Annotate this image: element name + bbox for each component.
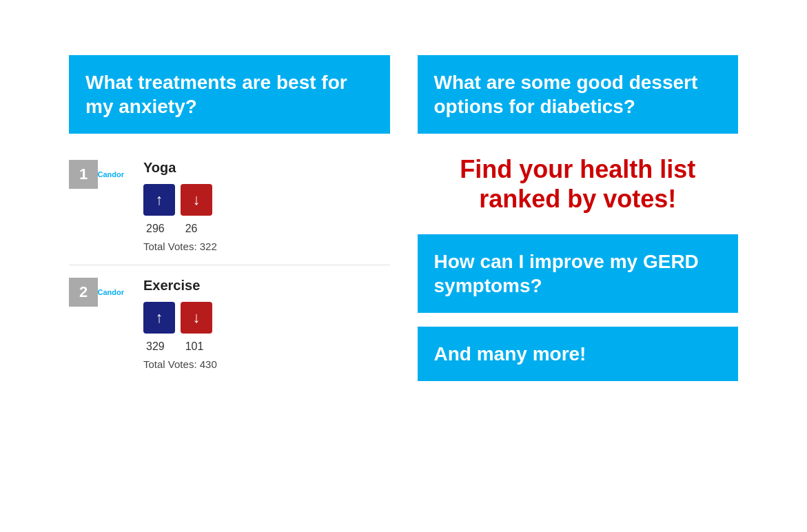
rank-badge-2: 2 Candor — [69, 278, 98, 307]
up-arrow-icon: ↑ — [156, 192, 163, 207]
ranked-item-yoga: 1 Candor Yoga ↑ ↓ 296 26 — [69, 147, 390, 265]
gerd-question-banner: How can I improve my GERD symptoms? — [418, 234, 739, 313]
exercise-upvote-button[interactable]: ↑ — [143, 302, 175, 334]
exercise-downvote-button[interactable]: ↓ — [181, 302, 212, 334]
anxiety-question-banner: What treatments are best for my anxiety? — [69, 55, 390, 134]
anxiety-question-text: What treatments are best for my anxiety? — [85, 72, 347, 117]
exercise-downcount: 101 — [185, 340, 204, 353]
yoga-details: Yoga ↑ ↓ 296 26 Total Votes: 322 — [143, 160, 217, 252]
gerd-question-text: How can I improve my GERD symptoms? — [434, 251, 699, 296]
exercise-upcount: 329 — [146, 340, 165, 353]
exercise-vote-counts: 329 101 — [143, 340, 217, 353]
exercise-details: Exercise ↑ ↓ 329 101 Total Votes: 430 — [143, 278, 217, 370]
dessert-question-banner: What are some good dessert options for d… — [418, 55, 739, 134]
brand-label-2: Candor — [98, 288, 125, 296]
yoga-total: Total Votes: 322 — [143, 241, 217, 252]
yoga-vote-counts: 296 26 — [143, 223, 217, 235]
down-arrow-icon: ↓ — [193, 192, 201, 207]
yoga-vote-buttons: ↑ ↓ — [143, 184, 217, 216]
exercise-name: Exercise — [143, 278, 217, 294]
cta-block: Find your health list ranked by votes! — [418, 147, 739, 221]
down-arrow-icon-2: ↓ — [193, 310, 201, 325]
yoga-downvote-button[interactable]: ↓ — [181, 184, 212, 216]
more-text: And many more! — [434, 343, 586, 365]
left-column: What treatments are best for my anxiety?… — [69, 55, 390, 477]
exercise-total: Total Votes: 430 — [143, 358, 217, 370]
up-arrow-icon-2: ↑ — [156, 310, 163, 325]
exercise-total-count: 430 — [200, 358, 217, 370]
brand-label-1: Candor — [98, 170, 125, 178]
more-banner: And many more! — [418, 327, 739, 381]
cta-text: Find your health list ranked by votes! — [418, 154, 739, 214]
ranked-item-exercise: 2 Candor Exercise ↑ ↓ 329 101 — [69, 265, 390, 382]
right-column: What are some good dessert options for d… — [418, 55, 739, 477]
yoga-name: Yoga — [143, 160, 217, 176]
exercise-vote-buttons: ↑ ↓ — [143, 302, 217, 334]
yoga-upvote-button[interactable]: ↑ — [143, 184, 175, 216]
yoga-total-count: 322 — [200, 241, 217, 252]
yoga-downcount: 26 — [185, 223, 198, 235]
yoga-upcount: 296 — [146, 223, 165, 235]
rank-badge-1: 1 Candor — [69, 160, 98, 189]
dessert-question-text: What are some good dessert options for d… — [434, 72, 698, 117]
